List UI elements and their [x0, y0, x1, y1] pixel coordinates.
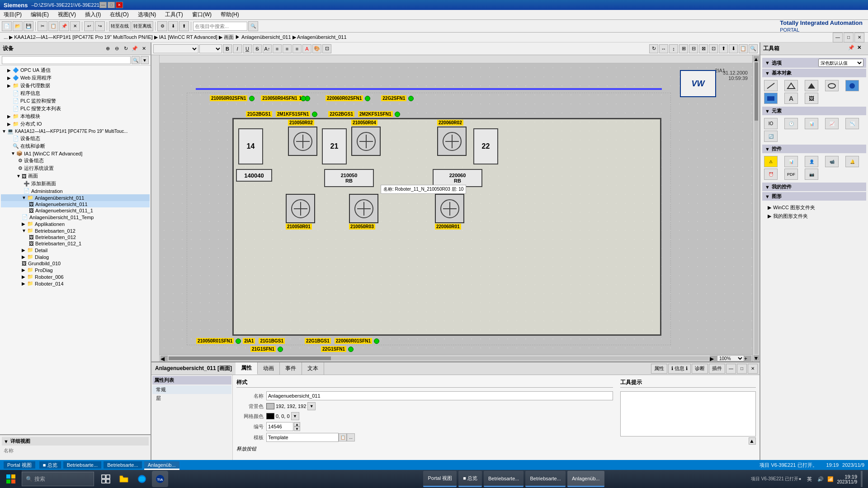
tree-item-detail[interactable]: ▶ 📁 Detail	[1, 247, 150, 253]
properties-btn[interactable]: 属性	[651, 364, 667, 374]
tia-portal-btn[interactable]: TIA	[152, 471, 168, 487]
underline-button[interactable]: U	[243, 44, 252, 53]
tree-item-screens[interactable]: ▼ 🖼 画面	[1, 172, 150, 180]
info-btn[interactable]: ℹ 信息 ℹ	[668, 364, 691, 374]
tool-image[interactable]: 🖼	[805, 93, 818, 104]
border-button[interactable]: ⊡	[322, 44, 331, 53]
summary-btn[interactable]: ■ 总览	[39, 461, 61, 469]
tool-alarm[interactable]: 🔔	[845, 156, 859, 167]
tool-clock[interactable]: ⏰	[764, 169, 778, 180]
bring-front-button[interactable]: ⬆	[719, 44, 728, 53]
tree-item-prodiag[interactable]: ▶ 📁 ProDiag	[1, 267, 150, 273]
elements-header[interactable]: ▼ 元素	[762, 107, 866, 115]
taskbar-app-anlagen[interactable]: Anlagenüb...	[567, 471, 604, 487]
tree-search-input[interactable]	[2, 56, 131, 64]
align-objects-button[interactable]: ⊞	[679, 44, 688, 53]
font-family-select[interactable]	[153, 44, 198, 53]
tree-item-dialog[interactable]: ▶ 📁 Dialog	[1, 253, 150, 260]
rotate-button[interactable]: ↻	[649, 44, 658, 53]
tool-triangle-filled[interactable]	[805, 80, 818, 91]
tree-item-grundbild[interactable]: 🖼 Grundbild_010	[1, 260, 150, 267]
superscript-button[interactable]: A↑	[263, 44, 272, 53]
tool-ellipse[interactable]	[825, 80, 839, 91]
bottom-panel-close[interactable]: ✕	[748, 364, 758, 374]
upload-button[interactable]: ⬆	[179, 21, 189, 31]
anlagen-btn[interactable]: Anlagenüb...	[144, 461, 179, 470]
tool-bar[interactable]: 📈	[825, 118, 839, 129]
tree-item-admin[interactable]: 📄 Administration	[1, 188, 150, 194]
template-control[interactable]: 📋 ...	[266, 433, 355, 442]
tree-item-betriebsarten-012-item[interactable]: 🖼 Betriebsarten_012	[1, 234, 150, 240]
font-color-button[interactable]: A	[302, 44, 311, 53]
tree-item-anlagen-011-temp[interactable]: 📄 Anlagenübersicht_011_Temp	[1, 214, 150, 221]
minimize-button[interactable]: —	[99, 2, 107, 8]
bottom-panel-minimize[interactable]: —	[726, 364, 736, 374]
taskbar-app-summary[interactable]: ■ 总览	[458, 471, 482, 487]
template-select-btn[interactable]: 📋	[339, 433, 347, 441]
layer-button[interactable]: 📋	[739, 44, 748, 53]
tree-item-add-screen[interactable]: ➕ 添加新画面	[1, 180, 150, 188]
taskbar-search[interactable]: 🔍 搜索	[22, 472, 94, 486]
scroll-right-btn[interactable]: ▶	[710, 356, 717, 361]
menu-options[interactable]: 选项(N)	[136, 10, 158, 19]
redo-button[interactable]: ↪	[95, 21, 105, 31]
tree-item-online-diag[interactable]: 🔍 在线和诊断	[1, 142, 150, 150]
tree-pin-button[interactable]: 📌	[131, 45, 139, 53]
number-input[interactable]	[266, 422, 293, 431]
zoom-select[interactable]: 100%	[717, 355, 744, 361]
number-control[interactable]: ▲ ▼	[266, 422, 300, 431]
tray-network[interactable]: 📶	[827, 476, 834, 482]
canvas-hscroll[interactable]: ◀ ▶ 100% +	[160, 354, 752, 361]
tree-item-anlagen-011-item[interactable]: 🖼 Anlagenuebersicht_011	[1, 201, 150, 207]
right-panel-controls[interactable]: 📌 ✕	[848, 45, 865, 53]
tree-item-local-module[interactable]: ▶ 📁 本地模块	[1, 113, 150, 120]
scroll-left-btn[interactable]: ◀	[160, 356, 168, 361]
tree-collapse-button[interactable]: ⊖	[113, 45, 121, 53]
distribute-button[interactable]: ⊟	[689, 44, 698, 53]
window-controls[interactable]: — □ ✕	[99, 2, 123, 8]
bottom-panel-maximize[interactable]: □	[737, 364, 747, 374]
tree-item-applikationen[interactable]: ▶ 📁 Applikationen	[1, 221, 150, 227]
online-button[interactable]: 转至在线	[109, 21, 131, 31]
strikethrough-button[interactable]: S	[253, 44, 262, 53]
tab-events[interactable]: 事件	[280, 362, 302, 375]
search-input[interactable]	[193, 22, 247, 31]
maximize-button[interactable]: □	[108, 2, 115, 8]
align-center-button[interactable]: ≡	[283, 44, 292, 53]
betriebsarte1-btn[interactable]: Betriebsarte...	[63, 461, 101, 469]
tree-item-device-config[interactable]: ⚙ 设备组态	[1, 157, 150, 164]
tree-refresh-button[interactable]: ↻	[122, 45, 130, 53]
vscroll-thumb[interactable]	[755, 62, 758, 121]
name-input[interactable]	[266, 391, 613, 400]
template-browse-btn[interactable]: ...	[347, 433, 355, 441]
edge-btn[interactable]	[134, 471, 150, 487]
tool-text[interactable]: A	[784, 93, 798, 104]
options-control[interactable]: 深色默认认值	[818, 59, 863, 67]
tool-trend[interactable]: 📉	[845, 118, 859, 129]
menu-online[interactable]: 在线(O)	[108, 10, 130, 19]
tree-item-prog-info[interactable]: 📄 程序信息	[1, 89, 150, 97]
plugin-btn[interactable]: 插件	[709, 364, 725, 374]
basic-objects-header[interactable]: ▼ 基本对象	[762, 69, 866, 77]
scroll-down-btn[interactable]: ▼	[754, 355, 759, 361]
tray-lang[interactable]: 英	[805, 474, 814, 484]
template-input[interactable]	[266, 433, 339, 442]
prop-list-regular[interactable]: 常规	[152, 385, 231, 394]
graphics-header[interactable]: ▼ 图形	[762, 192, 866, 201]
search-button[interactable]: 🔍	[248, 21, 258, 31]
tool-rect-filled[interactable]	[764, 93, 778, 104]
tree-expand-button[interactable]: ⊕	[104, 45, 112, 53]
breadcrumb-close[interactable]: ✕	[854, 33, 864, 42]
tree-item-plc-alarm[interactable]: 📄 PLC 报警文本列表	[1, 105, 150, 113]
tool-user[interactable]: 👤	[805, 156, 818, 167]
tool-date-time[interactable]: 🕐	[784, 118, 798, 129]
tool-warning[interactable]: ⚠	[764, 156, 778, 167]
scroll-track[interactable]	[169, 357, 709, 360]
zoom-search-button[interactable]: 🔍	[749, 44, 758, 53]
tree-item-ia1-wincc[interactable]: ▼ 📦 IA1 [WinCC RT Advanced]	[1, 150, 150, 157]
gridcolor-control[interactable]: 0, 0, 0 ▼	[266, 412, 299, 420]
options-select[interactable]: 深色默认认值	[818, 59, 863, 67]
bottom-panel-controls[interactable]: 属性 ℹ 信息 ℹ 诊断 插件 — □ ✕	[651, 364, 758, 374]
clock-display[interactable]: 19:19 2023/11/9	[837, 474, 858, 484]
tree-filter-button[interactable]: ▼	[141, 56, 149, 64]
